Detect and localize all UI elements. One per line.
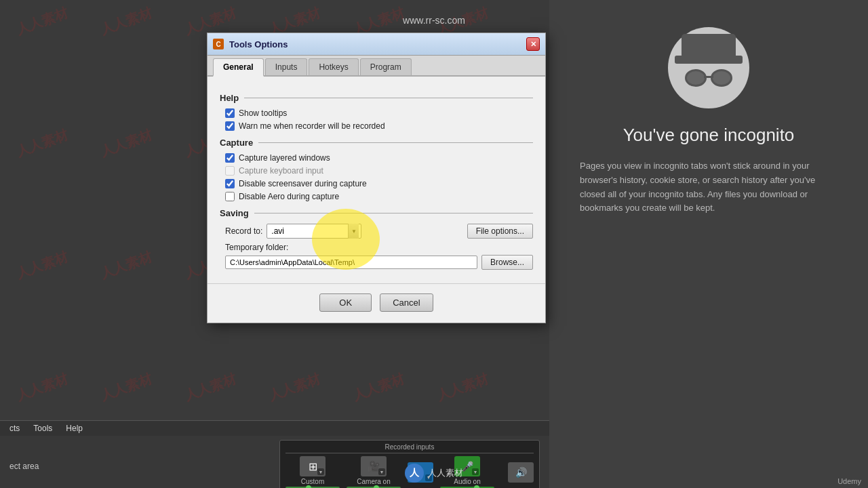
warn-recorder-checkbox[interactable]: [225, 121, 235, 131]
warn-recorder-label: Warn me when recorder will be recorded: [239, 121, 385, 131]
dialog-body: Help Show tooltips Warn me when recorder…: [208, 77, 545, 283]
cancel-button[interactable]: Cancel: [380, 293, 433, 312]
record-to-label: Record to:: [225, 226, 262, 236]
disable-aero-row: Disable Aero during capture: [225, 192, 533, 201]
help-section-label: Help: [220, 93, 239, 103]
custom-icon: ⊞ ▼: [300, 456, 326, 476]
tab-hotkeys[interactable]: Hotkeys: [309, 58, 358, 75]
input-camera: 🎥 ▼ Camera on: [347, 456, 401, 488]
glasses-icon: [685, 69, 732, 87]
temp-folder-label: Temporary folder:: [225, 243, 533, 252]
incognito-title: You've gone incognito: [623, 125, 795, 146]
capture-layered-row: Capture layered windows: [225, 153, 533, 163]
capture-keyboard-label: Capture keyboard input: [239, 166, 323, 176]
disable-screensaver-row: Disable screensaver during capture: [225, 179, 533, 188]
ok-button[interactable]: OK: [319, 293, 372, 312]
tab-general[interactable]: General: [213, 58, 264, 77]
custom-arrow: ▼: [317, 468, 324, 475]
capture-layered-checkbox[interactable]: [225, 153, 235, 163]
show-tooltips-row: Show tooltips: [225, 108, 533, 118]
menu-item-cts[interactable]: cts: [9, 424, 20, 433]
record-to-input[interactable]: [267, 224, 361, 239]
tab-program[interactable]: Program: [360, 58, 412, 75]
udemy-label: Udemy: [837, 477, 861, 485]
saving-section-line: [254, 213, 533, 214]
input-volume: 🔊: [508, 462, 534, 484]
show-tooltips-label: Show tooltips: [239, 108, 287, 118]
glasses-bridge: [704, 76, 713, 78]
saving-section-label: Saving: [220, 208, 249, 218]
hat-brim: [675, 56, 743, 64]
incognito-panel: You've gone incognito Pages you view in …: [549, 0, 868, 488]
disable-aero-checkbox[interactable]: [225, 192, 235, 201]
capture-keyboard-row: Capture keyboard input: [225, 166, 533, 176]
record-to-dropdown[interactable]: ▼: [267, 224, 361, 239]
disable-screensaver-label: Disable screensaver during capture: [239, 179, 367, 188]
dropdown-arrow-icon[interactable]: ▼: [348, 224, 359, 239]
browse-button[interactable]: Browse...: [481, 255, 533, 270]
incognito-description: Pages you view in incognito tabs won't s…: [580, 159, 837, 216]
temp-folder-input-row: Browse...: [225, 255, 533, 270]
logo-circle: 人: [405, 464, 424, 483]
incognito-icon: [668, 27, 749, 108]
capture-section-line: [258, 142, 533, 143]
hat-shape: [682, 34, 736, 58]
volume-icon: 🔊: [508, 462, 534, 483]
dialog-close-button[interactable]: ✕: [526, 37, 540, 51]
bottom-watermark: 人 人人素材: [405, 464, 463, 483]
camera-label: Camera on: [357, 478, 390, 485]
menu-bar: cts Tools Help: [0, 421, 549, 436]
disable-aero-label: Disable Aero during capture: [239, 192, 339, 201]
capture-keyboard-checkbox: [225, 166, 235, 176]
capture-section-label: Capture: [220, 138, 253, 148]
bottom-bar: cts Tools Help ect area Recorded inputs …: [0, 420, 549, 488]
record-to-row: Record to: ▼ File options...: [225, 224, 533, 239]
disable-screensaver-checkbox[interactable]: [225, 179, 235, 188]
help-section-line: [244, 98, 533, 98]
input-custom: ⊞ ▼ Custom: [285, 456, 340, 488]
tools-options-dialog: C Tools Options ✕ General Inputs Hotkeys…: [207, 33, 546, 323]
tab-inputs[interactable]: Inputs: [265, 58, 308, 75]
dialog-footer: OK Cancel: [208, 283, 545, 323]
menu-item-tools[interactable]: Tools: [33, 424, 52, 433]
select-area-label: ect area: [9, 462, 39, 471]
toolbar-area: ect area Recorded inputs ⊞ ▼ Custom: [0, 436, 549, 488]
watermark-text: 人人素材: [428, 467, 463, 479]
recorded-inputs-title: Recorded inputs: [285, 443, 534, 453]
dialog-app-icon: C: [213, 39, 224, 49]
file-options-button[interactable]: File options...: [467, 224, 533, 239]
camera-icon: 🎥 ▼: [361, 456, 387, 476]
temp-folder-input[interactable]: [225, 256, 477, 269]
menu-item-help[interactable]: Help: [66, 424, 83, 433]
show-tooltips-checkbox[interactable]: [225, 108, 235, 118]
audio-arrow: ▼: [472, 468, 479, 475]
saving-section-header: Saving: [220, 208, 533, 218]
left-lens: [685, 69, 707, 87]
dialog-tabs: General Inputs Hotkeys Program: [208, 56, 545, 77]
custom-label: Custom: [301, 478, 324, 485]
warn-recorder-row: Warn me when recorder will be recorded: [225, 121, 533, 131]
capture-section-header: Capture: [220, 138, 533, 148]
dialog-titlebar: C Tools Options ✕: [208, 33, 545, 56]
camera-arrow: ▼: [378, 468, 385, 475]
capture-layered-label: Capture layered windows: [239, 153, 330, 163]
right-lens: [711, 69, 732, 87]
dialog-title: Tools Options: [229, 39, 526, 49]
help-section-header: Help: [220, 93, 533, 103]
temp-folder-section: Temporary folder: Browse...: [225, 243, 533, 270]
